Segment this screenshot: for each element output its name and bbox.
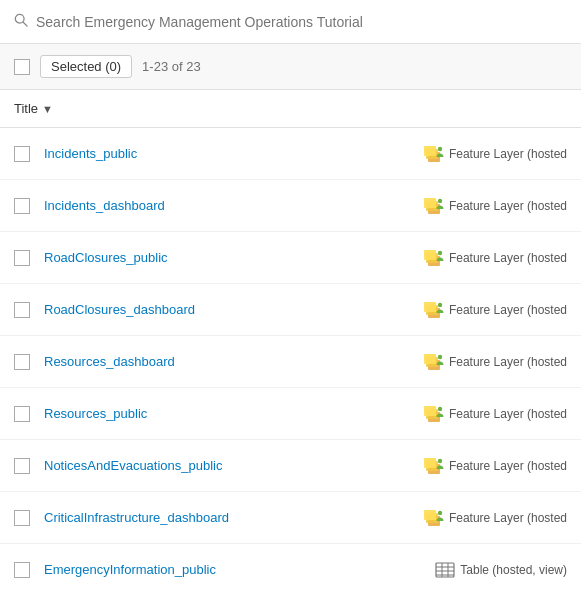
row-type: Feature Layer (hosted: [424, 144, 567, 164]
table-body: Incidents_public Feature Layer (hostedIn…: [0, 128, 581, 593]
type-label: Feature Layer (hosted: [449, 147, 567, 161]
svg-line-1: [23, 22, 27, 26]
selected-label: Selected (0): [51, 59, 121, 74]
row-checkbox[interactable]: [14, 354, 30, 370]
toolbar: Selected (0) 1-23 of 23: [0, 44, 581, 90]
row-type: Feature Layer (hosted: [424, 248, 567, 268]
type-label: Table (hosted, view): [460, 563, 567, 577]
search-input[interactable]: [36, 14, 567, 30]
svg-point-25: [438, 406, 442, 410]
table-row: Resources_public Feature Layer (hosted: [0, 388, 581, 440]
feature-layer-icon: [424, 248, 444, 268]
row-title[interactable]: Resources_public: [44, 406, 424, 421]
title-column-header[interactable]: Title ▼: [14, 101, 53, 116]
row-title[interactable]: RoadClosures_dashboard: [44, 302, 424, 317]
feature-layer-icon: [424, 300, 444, 320]
select-all-checkbox[interactable]: [14, 59, 30, 75]
svg-rect-16: [424, 302, 436, 312]
title-column-label: Title: [14, 101, 38, 116]
row-checkbox[interactable]: [14, 510, 30, 526]
svg-rect-24: [424, 406, 436, 416]
table-row: RoadClosures_dashboard Feature Layer (ho…: [0, 284, 581, 336]
svg-rect-20: [424, 354, 436, 364]
svg-rect-32: [424, 510, 436, 520]
row-checkbox[interactable]: [14, 562, 30, 578]
row-checkbox[interactable]: [14, 198, 30, 214]
row-title[interactable]: Resources_dashboard: [44, 354, 424, 369]
row-checkbox[interactable]: [14, 406, 30, 422]
row-checkbox[interactable]: [14, 250, 30, 266]
row-title[interactable]: NoticesAndEvacuations_public: [44, 458, 424, 473]
row-title[interactable]: RoadClosures_public: [44, 250, 424, 265]
feature-layer-icon: [424, 404, 444, 424]
table-row: Incidents_public Feature Layer (hosted: [0, 128, 581, 180]
svg-point-13: [438, 250, 442, 254]
table-icon: [435, 560, 455, 580]
type-label: Feature Layer (hosted: [449, 355, 567, 369]
row-type: Feature Layer (hosted: [424, 352, 567, 372]
table-row: CriticalInfrastructure_dashboard Feature…: [0, 492, 581, 544]
row-type: Feature Layer (hosted: [424, 196, 567, 216]
svg-point-33: [438, 510, 442, 514]
table-row: NoticesAndEvacuations_public Feature Lay…: [0, 440, 581, 492]
row-title[interactable]: Incidents_dashboard: [44, 198, 424, 213]
row-type: Table (hosted, view): [435, 560, 567, 580]
type-label: Feature Layer (hosted: [449, 199, 567, 213]
svg-point-17: [438, 302, 442, 306]
row-checkbox[interactable]: [14, 302, 30, 318]
row-type: Feature Layer (hosted: [424, 456, 567, 476]
row-type: Feature Layer (hosted: [424, 404, 567, 424]
type-label: Feature Layer (hosted: [449, 511, 567, 525]
row-title[interactable]: Incidents_public: [44, 146, 424, 161]
type-label: Feature Layer (hosted: [449, 459, 567, 473]
type-label: Feature Layer (hosted: [449, 251, 567, 265]
row-type: Feature Layer (hosted: [424, 508, 567, 528]
feature-layer-icon: [424, 196, 444, 216]
feature-layer-icon: [424, 456, 444, 476]
row-title[interactable]: CriticalInfrastructure_dashboard: [44, 510, 424, 525]
row-checkbox[interactable]: [14, 458, 30, 474]
svg-point-9: [438, 198, 442, 202]
svg-rect-8: [424, 198, 436, 208]
type-label: Feature Layer (hosted: [449, 303, 567, 317]
row-title[interactable]: EmergencyInformation_public: [44, 562, 435, 577]
sort-arrow-icon: ▼: [42, 103, 53, 115]
table-row: EmergencyInformation_public Table (hoste…: [0, 544, 581, 593]
selected-badge-button[interactable]: Selected (0): [40, 55, 132, 78]
feature-layer-icon: [424, 144, 444, 164]
svg-rect-4: [424, 146, 436, 156]
svg-point-29: [438, 458, 442, 462]
feature-layer-icon: [424, 508, 444, 528]
table-row: Incidents_dashboard Feature Layer (hoste…: [0, 180, 581, 232]
svg-point-21: [438, 354, 442, 358]
count-label: 1-23 of 23: [142, 59, 201, 74]
svg-rect-12: [424, 250, 436, 260]
search-bar: [0, 0, 581, 44]
row-checkbox[interactable]: [14, 146, 30, 162]
column-header: Title ▼: [0, 90, 581, 128]
table-row: RoadClosures_public Feature Layer (hoste…: [0, 232, 581, 284]
feature-layer-icon: [424, 352, 444, 372]
svg-point-5: [438, 146, 442, 150]
row-type: Feature Layer (hosted: [424, 300, 567, 320]
type-label: Feature Layer (hosted: [449, 407, 567, 421]
table-row: Resources_dashboard Feature Layer (hoste…: [0, 336, 581, 388]
svg-rect-28: [424, 458, 436, 468]
search-icon: [14, 13, 28, 30]
